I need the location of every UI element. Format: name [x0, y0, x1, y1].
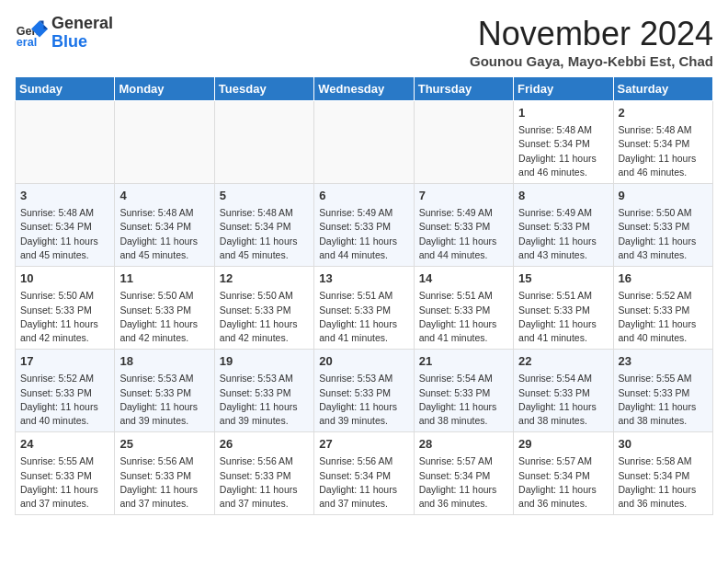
logo-blue: Blue — [51, 32, 87, 51]
weekday-header-thursday: Thursday — [414, 77, 513, 101]
day-number: 14 — [419, 270, 508, 287]
day-info: Sunrise: 5:48 AM Sunset: 5:34 PM Dayligh… — [220, 206, 309, 262]
day-number: 29 — [518, 436, 608, 453]
day-number: 3 — [20, 188, 109, 204]
day-number: 22 — [518, 353, 608, 370]
day-info: Sunrise: 5:53 AM Sunset: 5:33 PM Dayligh… — [220, 372, 309, 428]
day-number: 11 — [119, 270, 209, 287]
calendar-day-28: 28Sunrise: 5:57 AM Sunset: 5:34 PM Dayli… — [414, 432, 513, 515]
day-info: Sunrise: 5:50 AM Sunset: 5:33 PM Dayligh… — [119, 289, 209, 345]
svg-text:eral: eral — [17, 36, 37, 49]
day-number: 17 — [20, 353, 109, 370]
logo-text: General Blue — [51, 15, 113, 52]
calendar-day-7: 7Sunrise: 5:49 AM Sunset: 5:33 PM Daylig… — [414, 184, 513, 267]
weekday-header-monday: Monday — [115, 77, 214, 101]
day-number: 28 — [419, 436, 508, 453]
day-info: Sunrise: 5:54 AM Sunset: 5:33 PM Dayligh… — [518, 372, 608, 428]
calendar-week-row: 10Sunrise: 5:50 AM Sunset: 5:33 PM Dayli… — [16, 267, 713, 350]
day-number: 30 — [619, 436, 708, 453]
calendar-empty-cell — [16, 101, 115, 184]
weekday-header-tuesday: Tuesday — [214, 77, 313, 101]
day-info: Sunrise: 5:56 AM Sunset: 5:33 PM Dayligh… — [119, 454, 209, 511]
calendar-day-25: 25Sunrise: 5:56 AM Sunset: 5:33 PM Dayli… — [115, 432, 214, 515]
day-info: Sunrise: 5:51 AM Sunset: 5:33 PM Dayligh… — [419, 289, 508, 345]
day-info: Sunrise: 5:56 AM Sunset: 5:34 PM Dayligh… — [319, 454, 408, 511]
day-number: 4 — [119, 188, 209, 204]
day-info: Sunrise: 5:48 AM Sunset: 5:34 PM Dayligh… — [619, 123, 708, 179]
day-info: Sunrise: 5:50 AM Sunset: 5:33 PM Dayligh… — [619, 206, 708, 262]
day-number: 20 — [319, 353, 408, 370]
location-subtitle: Gounou Gaya, Mayo-Kebbi Est, Chad — [470, 53, 713, 69]
page-header: Gen eral General Blue November 2024 Goun… — [15, 15, 713, 69]
day-info: Sunrise: 5:50 AM Sunset: 5:33 PM Dayligh… — [20, 289, 109, 345]
calendar-day-8: 8Sunrise: 5:49 AM Sunset: 5:33 PM Daylig… — [514, 184, 613, 267]
day-info: Sunrise: 5:48 AM Sunset: 5:34 PM Dayligh… — [518, 123, 608, 179]
calendar-day-5: 5Sunrise: 5:48 AM Sunset: 5:34 PM Daylig… — [214, 184, 313, 267]
day-number: 7 — [419, 188, 508, 204]
day-info: Sunrise: 5:54 AM Sunset: 5:33 PM Dayligh… — [419, 372, 508, 428]
day-info: Sunrise: 5:55 AM Sunset: 5:33 PM Dayligh… — [20, 454, 109, 511]
day-info: Sunrise: 5:53 AM Sunset: 5:33 PM Dayligh… — [119, 372, 209, 428]
calendar-day-4: 4Sunrise: 5:48 AM Sunset: 5:34 PM Daylig… — [115, 184, 214, 267]
day-number: 18 — [119, 353, 209, 370]
day-number: 1 — [518, 105, 608, 121]
calendar-day-21: 21Sunrise: 5:54 AM Sunset: 5:33 PM Dayli… — [414, 350, 513, 432]
day-number: 2 — [619, 105, 708, 121]
day-number: 13 — [319, 270, 408, 287]
day-info: Sunrise: 5:49 AM Sunset: 5:33 PM Dayligh… — [419, 206, 508, 262]
calendar-empty-cell — [115, 101, 214, 184]
day-number: 5 — [220, 188, 309, 204]
calendar-day-13: 13Sunrise: 5:51 AM Sunset: 5:33 PM Dayli… — [314, 267, 414, 350]
calendar-day-16: 16Sunrise: 5:52 AM Sunset: 5:33 PM Dayli… — [613, 267, 712, 350]
calendar-day-1: 1Sunrise: 5:48 AM Sunset: 5:34 PM Daylig… — [514, 101, 613, 184]
day-number: 25 — [119, 436, 209, 453]
calendar-week-row: 24Sunrise: 5:55 AM Sunset: 5:33 PM Dayli… — [16, 432, 713, 515]
logo-icon: Gen eral — [15, 17, 48, 50]
calendar-day-10: 10Sunrise: 5:50 AM Sunset: 5:33 PM Dayli… — [16, 267, 115, 350]
day-info: Sunrise: 5:49 AM Sunset: 5:33 PM Dayligh… — [518, 206, 608, 262]
day-number: 16 — [619, 270, 708, 287]
calendar-day-20: 20Sunrise: 5:53 AM Sunset: 5:33 PM Dayli… — [314, 350, 414, 432]
calendar-day-19: 19Sunrise: 5:53 AM Sunset: 5:33 PM Dayli… — [214, 350, 313, 432]
day-number: 10 — [20, 270, 109, 287]
calendar-day-23: 23Sunrise: 5:55 AM Sunset: 5:33 PM Dayli… — [613, 350, 712, 432]
calendar-week-row: 1Sunrise: 5:48 AM Sunset: 5:34 PM Daylig… — [16, 101, 713, 184]
weekday-header-friday: Friday — [514, 77, 613, 101]
day-number: 26 — [220, 436, 309, 453]
calendar-day-2: 2Sunrise: 5:48 AM Sunset: 5:34 PM Daylig… — [613, 101, 712, 184]
month-title: November 2024 — [470, 15, 713, 53]
calendar-day-11: 11Sunrise: 5:50 AM Sunset: 5:33 PM Dayli… — [115, 267, 214, 350]
day-number: 15 — [518, 270, 608, 287]
title-block: November 2024 Gounou Gaya, Mayo-Kebbi Es… — [470, 15, 713, 69]
weekday-header-sunday: Sunday — [16, 77, 115, 101]
calendar-day-29: 29Sunrise: 5:57 AM Sunset: 5:34 PM Dayli… — [514, 432, 613, 515]
calendar-day-18: 18Sunrise: 5:53 AM Sunset: 5:33 PM Dayli… — [115, 350, 214, 432]
day-info: Sunrise: 5:57 AM Sunset: 5:34 PM Dayligh… — [518, 454, 608, 511]
calendar-day-14: 14Sunrise: 5:51 AM Sunset: 5:33 PM Dayli… — [414, 267, 513, 350]
calendar-empty-cell — [314, 101, 414, 184]
day-number: 6 — [319, 188, 408, 204]
day-number: 12 — [220, 270, 309, 287]
logo: Gen eral General Blue — [15, 15, 113, 52]
day-info: Sunrise: 5:51 AM Sunset: 5:33 PM Dayligh… — [518, 289, 608, 345]
day-info: Sunrise: 5:50 AM Sunset: 5:33 PM Dayligh… — [220, 289, 309, 345]
day-info: Sunrise: 5:57 AM Sunset: 5:34 PM Dayligh… — [419, 454, 508, 511]
calendar-day-26: 26Sunrise: 5:56 AM Sunset: 5:33 PM Dayli… — [214, 432, 313, 515]
day-info: Sunrise: 5:58 AM Sunset: 5:34 PM Dayligh… — [619, 454, 708, 511]
day-number: 8 — [518, 188, 608, 204]
day-number: 24 — [20, 436, 109, 453]
calendar-empty-cell — [414, 101, 513, 184]
day-number: 21 — [419, 353, 508, 370]
calendar-day-9: 9Sunrise: 5:50 AM Sunset: 5:33 PM Daylig… — [613, 184, 712, 267]
day-info: Sunrise: 5:48 AM Sunset: 5:34 PM Dayligh… — [20, 206, 109, 262]
day-info: Sunrise: 5:52 AM Sunset: 5:33 PM Dayligh… — [20, 372, 109, 428]
day-number: 19 — [220, 353, 309, 370]
day-number: 23 — [619, 353, 708, 370]
day-number: 9 — [619, 188, 708, 204]
calendar-day-6: 6Sunrise: 5:49 AM Sunset: 5:33 PM Daylig… — [314, 184, 414, 267]
day-info: Sunrise: 5:55 AM Sunset: 5:33 PM Dayligh… — [619, 372, 708, 428]
calendar-day-3: 3Sunrise: 5:48 AM Sunset: 5:34 PM Daylig… — [16, 184, 115, 267]
day-info: Sunrise: 5:56 AM Sunset: 5:33 PM Dayligh… — [220, 454, 309, 511]
calendar-day-15: 15Sunrise: 5:51 AM Sunset: 5:33 PM Dayli… — [514, 267, 613, 350]
calendar-table: SundayMondayTuesdayWednesdayThursdayFrid… — [15, 76, 713, 515]
